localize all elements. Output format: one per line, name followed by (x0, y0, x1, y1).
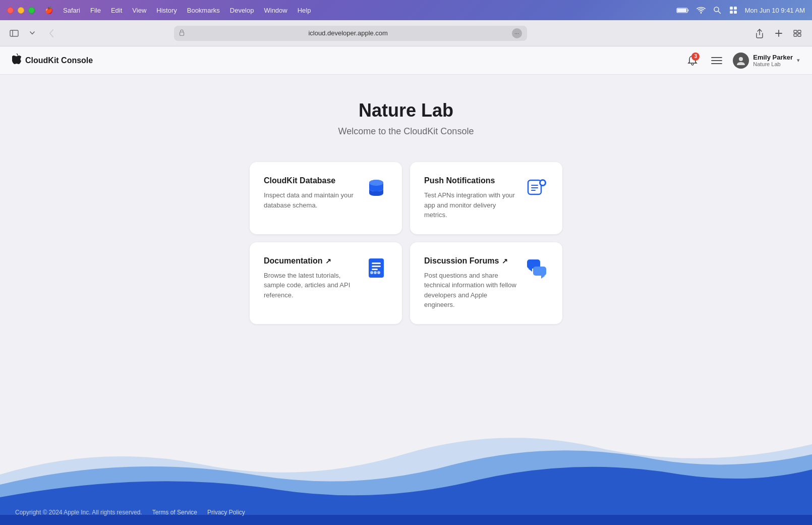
card-title-text: Push Notifications (424, 176, 495, 185)
battery-icon (676, 7, 689, 14)
minimize-button[interactable] (18, 7, 24, 14)
privacy-link[interactable]: Privacy Policy (207, 509, 245, 516)
svg-point-36 (377, 271, 380, 274)
maximize-button[interactable] (28, 7, 35, 14)
svg-rect-1 (677, 9, 686, 12)
external-link-icon: ↗ (502, 257, 508, 265)
documentation-icon (365, 256, 388, 280)
develop-menu[interactable]: Develop (230, 7, 254, 14)
push-notification-icon (525, 176, 548, 199)
user-org: Nature Lab (753, 61, 793, 67)
browser-actions (752, 26, 805, 40)
control-center-icon[interactable] (729, 6, 738, 15)
card-title-text: Documentation (264, 256, 322, 266)
close-button[interactable] (7, 7, 14, 14)
safari-menu[interactable]: Safari (63, 7, 80, 14)
window-menu[interactable]: Window (264, 7, 287, 14)
hamburger-menu-button[interactable] (709, 52, 725, 69)
address-bar[interactable]: icloud.developer.apple.com ··· (174, 26, 527, 41)
chevron-down-icon: ▾ (797, 57, 800, 64)
svg-point-21 (739, 57, 743, 61)
share-button[interactable] (752, 26, 767, 40)
database-icon (365, 176, 388, 199)
svg-line-4 (718, 11, 721, 14)
cloudkit-database-card[interactable]: CloudKit Database Inspect data and maint… (250, 162, 402, 234)
svg-rect-39 (533, 267, 546, 276)
card-text: Documentation ↗ Browse the latest tutori… (264, 256, 359, 300)
help-menu[interactable]: Help (298, 7, 311, 14)
svg-point-35 (374, 271, 377, 274)
titlebar-right: Mon Jun 10 9:41 AM (676, 6, 805, 15)
apple-logo-icon (12, 54, 21, 67)
card-title-text: CloudKit Database (264, 176, 335, 185)
svg-rect-17 (798, 34, 801, 36)
documentation-card[interactable]: Documentation ↗ Browse the latest tutori… (250, 242, 402, 324)
card-text: Discussion Forums ↗ Post questions and s… (424, 256, 519, 310)
svg-point-23 (369, 180, 383, 186)
time-display: Mon Jun 10 9:41 AM (745, 7, 805, 14)
card-description: Test APNs integration with your app and … (424, 190, 519, 220)
history-menu[interactable]: History (156, 7, 177, 14)
svg-rect-31 (372, 262, 381, 264)
svg-rect-8 (734, 11, 737, 14)
svg-rect-33 (372, 269, 378, 270)
main-content: Nature Lab Welcome to the CloudKit Conso… (0, 75, 812, 525)
svg-rect-7 (730, 11, 733, 14)
user-info: Emily Parker Nature Lab (753, 54, 793, 67)
app-header: CloudKit Console 3 (0, 46, 812, 75)
notifications-button[interactable]: 3 (684, 52, 701, 69)
card-description: Post questions and share technical infor… (424, 271, 519, 310)
sidebar-toggle[interactable] (7, 26, 21, 40)
page-subtitle: Welcome to the CloudKit Console (338, 126, 474, 137)
svg-point-29 (541, 181, 545, 185)
file-menu[interactable]: File (90, 7, 101, 14)
card-title-text: Discussion Forums (424, 256, 499, 266)
cards-grid: CloudKit Database Inspect data and maint… (250, 162, 562, 324)
card-description: Inspect data and maintain your database … (264, 190, 359, 210)
apple-menu[interactable]: 🍎 (45, 7, 53, 14)
card-title: Push Notifications (424, 176, 519, 185)
push-notifications-card[interactable]: Push Notifications Test APNs integration… (410, 162, 562, 234)
notification-badge: 3 (691, 52, 700, 61)
footer: Copyright © 2024 Apple Inc. All rights r… (0, 500, 812, 525)
svg-rect-32 (372, 266, 381, 267)
svg-rect-11 (180, 32, 184, 36)
address-options-button[interactable]: ··· (512, 28, 522, 38)
card-title: CloudKit Database (264, 176, 359, 185)
svg-rect-15 (798, 30, 801, 33)
svg-rect-9 (10, 30, 18, 36)
titlebar: 🍎 Safari File Edit View History Bookmark… (0, 0, 812, 20)
card-title: Discussion Forums ↗ (424, 256, 519, 266)
browser-toolbar: icloud.developer.apple.com ··· (0, 20, 812, 46)
app-title: CloudKit Console (25, 56, 93, 65)
svg-marker-38 (528, 269, 532, 272)
tab-overview-button[interactable] (791, 26, 805, 40)
traffic-lights (7, 7, 35, 14)
external-link-icon: ↗ (325, 257, 331, 265)
header-right: 3 Emily Parker Nature Lab (684, 52, 800, 69)
svg-rect-5 (730, 7, 733, 10)
card-title: Documentation ↗ (264, 256, 359, 266)
view-menu[interactable]: View (132, 7, 146, 14)
new-tab-button[interactable] (772, 26, 786, 40)
svg-rect-30 (369, 258, 384, 278)
discussion-forums-icon (525, 256, 548, 280)
app-content: CloudKit Console 3 (0, 46, 812, 525)
edit-menu[interactable]: Edit (111, 7, 122, 14)
card-text: Push Notifications Test APNs integration… (424, 176, 519, 220)
svg-rect-16 (794, 34, 797, 36)
macos-menu: 🍎 Safari File Edit View History Bookmark… (45, 7, 311, 14)
svg-marker-40 (541, 276, 545, 279)
bookmarks-menu[interactable]: Bookmarks (187, 7, 220, 14)
chevron-down-icon[interactable] (25, 26, 39, 40)
terms-link[interactable]: Terms of Service (152, 509, 197, 516)
card-description: Browse the latest tutorials, sample code… (264, 271, 359, 300)
wifi-icon (697, 6, 706, 15)
svg-point-34 (370, 271, 373, 274)
svg-rect-6 (734, 7, 737, 10)
search-icon[interactable] (713, 6, 722, 15)
discussion-forums-card[interactable]: Discussion Forums ↗ Post questions and s… (410, 242, 562, 324)
user-menu-button[interactable]: Emily Parker Nature Lab ▾ (733, 52, 800, 69)
back-button[interactable] (44, 26, 59, 40)
avatar (733, 52, 749, 69)
